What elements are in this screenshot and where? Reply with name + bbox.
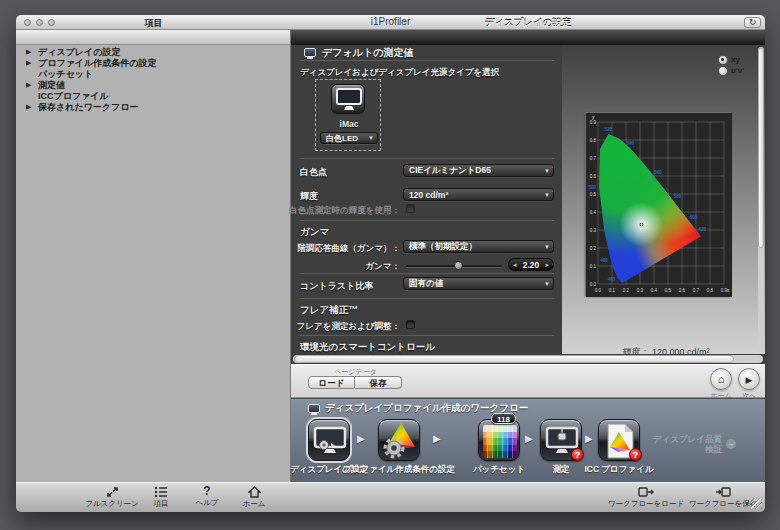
display-quality-validation-label[interactable]: ディスプレイ品質 検証	[634, 434, 722, 454]
svg-text:0.7: 0.7	[590, 156, 597, 161]
svg-text:0.4: 0.4	[651, 288, 658, 293]
next-button[interactable]: ▶	[738, 368, 760, 390]
save-button[interactable]: 保存	[355, 376, 402, 389]
workflow-save-button[interactable]: ワークフローを保存	[663, 486, 780, 509]
disclosure-triangle-icon[interactable]: ▶	[26, 47, 38, 57]
chevron-down-icon: ▼	[541, 281, 553, 287]
imac-device-icon[interactable]	[331, 84, 365, 114]
svg-text:0.5: 0.5	[590, 192, 597, 197]
patch-set-icon	[483, 425, 517, 458]
device-name: iMac	[316, 119, 382, 129]
cie-chromaticity-chart: 0.00.10.20.30.40.50.60.70.80.90.90.80.70…	[585, 112, 731, 296]
profile-settings-icon	[379, 420, 421, 462]
workflow-load-icon	[638, 486, 654, 498]
coords-radio-group: xy u'v'	[718, 55, 744, 77]
sidebar-item-patch-set[interactable]: パッチセット	[26, 69, 281, 79]
items-button[interactable]: 項目	[141, 486, 181, 509]
device-select-label: ディスプレイおよびディスプレイ光源タイプを選択	[300, 67, 499, 79]
sidebar-item-measurements[interactable]: ▶ 測定値	[26, 80, 281, 90]
disclosure-triangle-icon[interactable]: ▶	[26, 58, 38, 68]
use-wp-luminance-label: 白色点測定時の輝度を使用：	[250, 205, 400, 217]
home-icon	[248, 486, 261, 498]
step-arrow-icon: ▶	[433, 433, 441, 444]
divider	[300, 335, 554, 336]
gamma-slider[interactable]	[406, 265, 502, 268]
help-button[interactable]: ? ヘルプ	[187, 485, 227, 508]
fullscreen-button[interactable]: フルスクリーン	[72, 486, 152, 509]
radio-uv[interactable]: u'v'	[718, 66, 744, 75]
step-arrow-icon: ▶	[525, 433, 533, 444]
svg-text:0.9: 0.9	[590, 120, 597, 125]
workflow-step-measure[interactable]: ?	[540, 419, 582, 461]
gamma-value: 2.20	[523, 260, 540, 270]
flare-measure-checkbox[interactable]	[406, 320, 415, 329]
ambient-section-title: 環境光のスマートコントロール	[300, 341, 435, 354]
sidebar-item-display-settings[interactable]: ▶ ディスプレイの設定	[26, 47, 281, 57]
play-next-icon: ▶	[746, 375, 753, 385]
svg-text:540: 540	[626, 141, 634, 146]
workflow-save-icon	[715, 486, 731, 498]
svg-text:0.3: 0.3	[590, 228, 597, 233]
resize-grip[interactable]	[751, 498, 762, 509]
sidebar-item-saved-workflows[interactable]: ▶ 保存されたワークフロー	[26, 102, 281, 112]
divider	[300, 273, 554, 274]
step-label: プロファイル作成条件の設定	[339, 464, 459, 476]
use-wp-luminance-checkbox[interactable]	[406, 204, 415, 213]
svg-text:560: 560	[654, 170, 662, 175]
gamma-value-stepper[interactable]: ◂ 2.20 ▸	[508, 258, 554, 271]
load-button[interactable]: ロード	[308, 376, 355, 389]
white-point-select[interactable]: CIEイルミナントD65 ▼	[403, 164, 554, 177]
horizontal-scrollbar[interactable]	[293, 355, 763, 363]
flare-measure-label: フレアを測定および調整：	[250, 321, 400, 333]
disclosure-triangle-icon[interactable]: ▶	[26, 102, 38, 112]
sidebar-item-icc-profile[interactable]: ICCプロファイル	[26, 91, 281, 101]
horizontal-scrollbar-thumb[interactable]	[294, 355, 734, 363]
radio-xy[interactable]: xy	[718, 55, 744, 64]
device-selection-box[interactable]: iMac 白色LED ▼	[315, 79, 381, 151]
main-header-bar	[291, 30, 765, 45]
divider	[300, 220, 554, 221]
svg-text:0.3: 0.3	[637, 288, 644, 293]
workflow-step-display-settings[interactable]	[308, 419, 350, 461]
home-toolbar-button[interactable]: ホーム	[234, 486, 274, 509]
workflow-step-patch-set[interactable]: 118	[478, 419, 520, 461]
step-label: パッチセット	[459, 464, 539, 476]
home-icon: ⌂	[718, 373, 725, 385]
patch-count-badge: 118	[491, 413, 516, 424]
divider	[300, 60, 554, 61]
contrast-select[interactable]: 固有の値 ▼	[403, 277, 554, 290]
flare-section-title: フレア補正™	[300, 304, 358, 317]
gamma-slider-thumb[interactable]	[454, 261, 463, 270]
svg-text:600: 600	[690, 215, 698, 220]
home-button[interactable]: ⌂	[710, 368, 732, 390]
svg-text:480: 480	[600, 258, 608, 263]
chevron-down-icon: ▼	[541, 192, 553, 198]
vertical-scrollbar-thumb[interactable]	[758, 48, 764, 248]
workflow-step-profile-settings[interactable]	[378, 419, 420, 461]
sidebar-tree: ▶ ディスプレイの設定 ▶ プロファイル作成条件の設定 パッチセット ▶ 測定値…	[26, 47, 281, 113]
stepper-decrease-icon[interactable]: ◂	[513, 261, 517, 269]
chevron-down-icon: ▼	[541, 244, 553, 250]
svg-text:620: 620	[699, 227, 707, 232]
luminance-select[interactable]: 120 cd/m² ▼	[403, 188, 554, 201]
list-icon	[154, 486, 168, 498]
svg-text:0.4: 0.4	[590, 210, 597, 215]
radio-selected-icon[interactable]	[718, 55, 728, 65]
backlight-select[interactable]: 白色LED ▼	[320, 132, 378, 144]
luminance-label: 輝度	[300, 190, 318, 203]
display-icon	[304, 48, 316, 57]
contrast-label: コントラスト比率	[300, 280, 373, 293]
gamma-section-title: ガンマ	[300, 226, 329, 239]
chevron-down-icon: ▼	[541, 168, 553, 174]
disclosure-triangle-icon[interactable]: ▶	[26, 80, 38, 90]
divider	[300, 158, 554, 159]
step-label: ICC プロファイル	[579, 464, 659, 476]
question-status-badge: ?	[571, 448, 584, 461]
radio-unselected-icon[interactable]	[718, 66, 728, 76]
trc-select[interactable]: 標準（初期設定） ▼	[403, 240, 554, 253]
stepper-increase-icon[interactable]: ▸	[545, 261, 549, 269]
svg-text:520: 520	[605, 127, 613, 132]
vertical-scrollbar[interactable]	[758, 47, 764, 351]
sidebar-item-profile-settings[interactable]: ▶ プロファイル作成条件の設定	[26, 58, 281, 68]
step-arrow-icon: ▶	[585, 433, 593, 444]
